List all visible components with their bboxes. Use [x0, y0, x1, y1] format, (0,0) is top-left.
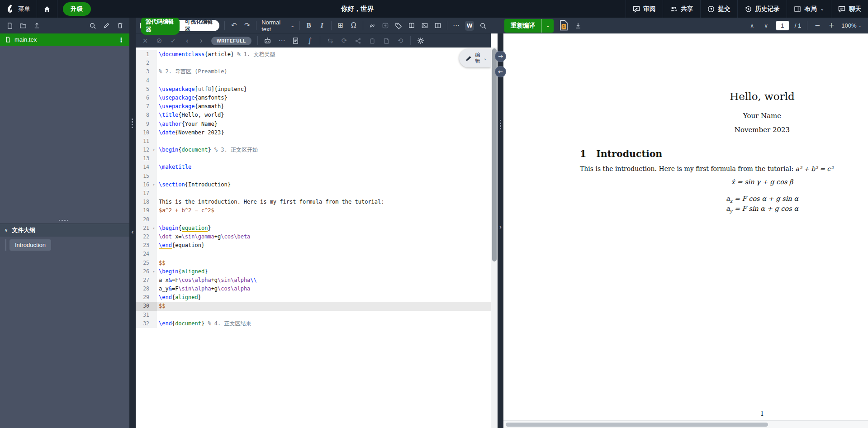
italic-button[interactable]: I	[318, 21, 326, 31]
pdf-preview-pane[interactable]: Hello, world Your Name November 2023 1 I…	[503, 33, 868, 428]
code-line-31[interactable]: 31	[136, 311, 491, 319]
rewrite-swap-icon[interactable]: ⇆	[326, 36, 334, 46]
visual-editor-tab[interactable]: 可视化编辑器	[180, 17, 218, 35]
reject-suggestion-icon[interactable]: ×	[141, 36, 149, 46]
code-line-21[interactable]: 21▾\begin{equation}	[136, 224, 491, 233]
equation-from-text-icon[interactable]: ∫	[306, 36, 314, 46]
recompile-chevron-icon[interactable]: ⌄	[541, 19, 554, 33]
layout-button[interactable]: 布局 ⌄	[787, 0, 831, 18]
link-icon[interactable]	[368, 21, 376, 31]
regenerate-icon[interactable]: ⟳	[340, 36, 348, 46]
editor-pdf-divider[interactable]: → ← ›	[498, 18, 503, 428]
share-button[interactable]: 共享	[663, 0, 700, 18]
source-code-editor[interactable]: 1\documentclass{article} % 1. 文档类型23% 2.…	[136, 48, 491, 428]
cross-reference-tag-icon[interactable]	[394, 21, 403, 31]
sidebar-editor-divider[interactable]: ‹	[129, 18, 136, 428]
code-line-28[interactable]: 28a_y&=F\sin\alpha+g\cos\alpha	[136, 285, 491, 293]
code-line-16[interactable]: 16▾\section{Introduction}	[136, 181, 491, 189]
pdf-scrollbar-thumb[interactable]	[506, 423, 768, 427]
search-project-icon[interactable]	[89, 21, 97, 31]
code-line-11[interactable]: 11	[136, 137, 491, 146]
document-icon[interactable]	[382, 36, 390, 46]
editor-scrollbar[interactable]	[491, 48, 498, 428]
clipboard-icon[interactable]	[368, 36, 376, 46]
rename-pencil-icon[interactable]	[102, 21, 110, 31]
delete-trash-icon[interactable]	[116, 21, 124, 31]
writefull-w-icon[interactable]: W	[465, 21, 474, 31]
zoom-out-icon[interactable]: −	[813, 21, 821, 31]
code-line-3[interactable]: 3% 2. 导言区 (Preamble)	[136, 67, 491, 76]
page-number-input[interactable]	[776, 21, 789, 30]
dismiss-icon[interactable]: ⊘	[155, 36, 163, 46]
next-suggestion-icon[interactable]: ›	[197, 36, 205, 46]
previous-page-icon[interactable]: ∧	[748, 21, 756, 31]
file-item-maintex[interactable]: main.tex ⋮	[0, 33, 129, 46]
editor-mode-toggle[interactable]: 源代码编辑器 可视化编辑器	[140, 20, 219, 31]
review-button[interactable]: 审阅	[626, 0, 663, 18]
code-line-24[interactable]: 24	[136, 250, 491, 258]
code-line-12[interactable]: 12▾\begin{document} % 3. 正文区开始	[136, 146, 491, 154]
new-folder-icon[interactable]	[19, 21, 27, 31]
history-button[interactable]: 历史记录	[737, 0, 787, 18]
undo-icon[interactable]: ↶	[230, 21, 238, 31]
sync-to-pdf-button[interactable]: →	[495, 51, 506, 62]
home-button[interactable]	[37, 0, 57, 18]
code-line-27[interactable]: 27a_x&=F\cos\alpha+g\sin\alpha\\	[136, 276, 491, 285]
writefull-badge[interactable]: WRITEFULL	[211, 37, 251, 45]
code-line-7[interactable]: 7\usepackage{amsmath}	[136, 102, 491, 111]
pdf-horizontal-scrollbar[interactable]	[503, 420, 868, 428]
edit-mode-pill[interactable]: 编 辑 ⌄	[459, 49, 491, 67]
code-line-5[interactable]: 5\usepackage[utf8]{inputenc}	[136, 85, 491, 94]
divider-drag-handle[interactable]	[500, 120, 501, 129]
paragraph-style-dropdown[interactable]: Normal text ⌄	[261, 19, 294, 33]
code-line-9[interactable]: 9\author{Your Name}	[136, 120, 491, 128]
submit-button[interactable]: 提交	[700, 0, 737, 18]
more-tools-icon[interactable]: ⋯	[452, 21, 460, 31]
symbol-omega-icon[interactable]: Ω	[350, 21, 358, 31]
sync-to-code-button[interactable]: ←	[495, 66, 506, 77]
upload-icon[interactable]	[33, 21, 41, 31]
code-line-26[interactable]: 26▾\begin{aligned}	[136, 267, 491, 276]
code-line-2[interactable]: 2	[136, 59, 491, 67]
editor-search-icon[interactable]	[479, 21, 487, 31]
next-page-icon[interactable]: ∨	[762, 21, 770, 31]
zoom-in-icon[interactable]: +	[827, 21, 835, 31]
insert-figure-icon[interactable]	[421, 21, 429, 31]
outline-resize-handle[interactable]	[59, 220, 68, 221]
new-file-icon[interactable]	[5, 21, 14, 31]
code-line-18[interactable]: 18This is the introduction. Here is my f…	[136, 198, 491, 206]
file-menu-kebab-icon[interactable]: ⋮	[118, 37, 124, 43]
code-line-13[interactable]: 13	[136, 154, 491, 163]
expand-pdf-chevron-icon[interactable]: ›	[498, 224, 503, 230]
recompile-button[interactable]: 重新编译 ⌄	[504, 19, 554, 33]
file-outline-header[interactable]: ∨ 文件大纲	[0, 224, 129, 237]
recheck-document-icon[interactable]: ⟲	[396, 36, 404, 46]
code-line-20[interactable]: 20	[136, 215, 491, 224]
code-line-30[interactable]: 30$$	[136, 302, 491, 310]
math-insert-icon[interactable]: ⊞	[337, 21, 345, 31]
accept-suggestion-icon[interactable]: ✓	[169, 36, 177, 46]
code-line-32[interactable]: 32\end{document} % 4. 正文区结束	[136, 319, 491, 328]
writefull-settings-gear-icon[interactable]	[417, 36, 425, 46]
outline-item-introduction[interactable]: Introduction	[9, 239, 51, 251]
code-line-22[interactable]: 22\dot x=\sin\gamma+g\cos\beta	[136, 233, 491, 241]
code-line-19[interactable]: 19$a^2 + b^2 = c^2$	[136, 206, 491, 215]
code-line-1[interactable]: 1\documentclass{article} % 1. 文档类型	[136, 50, 491, 59]
divider-drag-handle[interactable]	[132, 119, 133, 128]
redo-icon[interactable]: ↷	[243, 21, 251, 31]
code-line-29[interactable]: 29\end{aligned}	[136, 293, 491, 302]
code-line-10[interactable]: 10\date{November 2023}	[136, 128, 491, 137]
zoom-level-dropdown[interactable]: 100% ⌄	[841, 22, 862, 29]
code-line-4[interactable]: 4	[136, 76, 491, 85]
upgrade-button[interactable]: 升级	[63, 2, 91, 16]
paraphrase-note-icon[interactable]	[292, 36, 300, 46]
editor-scrollbar-thumb[interactable]	[492, 48, 497, 262]
add-comment-icon[interactable]	[381, 21, 389, 31]
logs-button[interactable]: 1	[559, 21, 569, 31]
bold-button[interactable]: B	[305, 21, 313, 31]
insert-table-icon[interactable]	[434, 21, 442, 31]
code-line-8[interactable]: 8\title{Hello, world}	[136, 111, 491, 119]
complete-sentence-icon[interactable]: ⋯	[278, 36, 286, 46]
download-pdf-icon[interactable]	[574, 21, 582, 31]
code-line-25[interactable]: 25$$	[136, 259, 491, 267]
